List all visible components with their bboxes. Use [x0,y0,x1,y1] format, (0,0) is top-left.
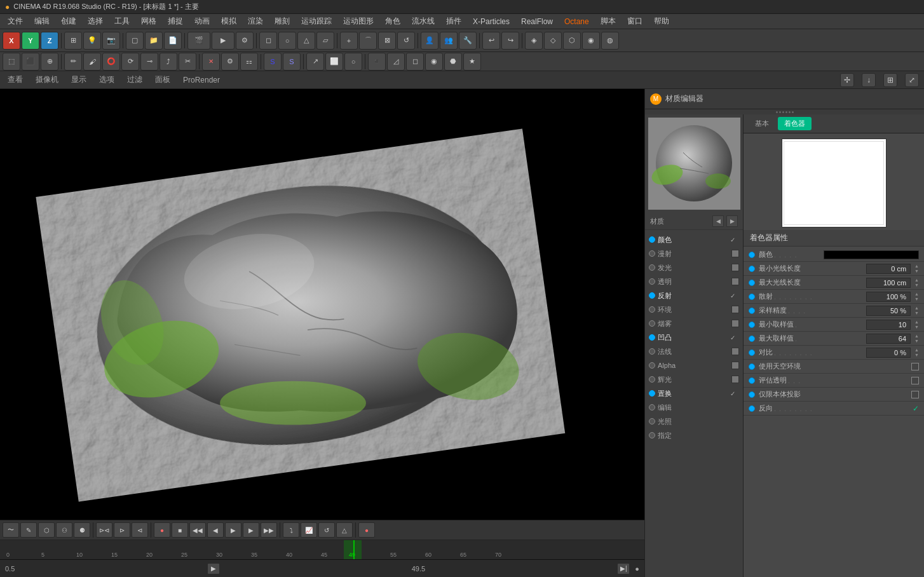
tab-filter[interactable]: 过滤 [125,73,145,86]
menu-plugins[interactable]: 插件 [441,15,466,28]
viewport[interactable] [0,89,644,520]
bottom-end[interactable]: ▶| [617,563,630,574]
transport-play-out[interactable]: ⊲ [132,522,148,538]
menu-script[interactable]: 脚本 [595,15,621,28]
menu-simulate[interactable]: 模拟 [216,15,241,28]
prop-min-samples[interactable]: 最小取样值 . 10 ▲ ▼ [744,318,924,332]
channel-displace[interactable]: 置换 ✓ [645,386,743,400]
channel-reflect[interactable]: 反射 ✓ [645,288,743,302]
menu-mesh[interactable]: 网格 [136,15,161,28]
prop-contrast-stepper[interactable]: ▲ ▼ [914,348,919,357]
prop-min-samples-up[interactable]: ▲ [914,320,919,324]
prop-min-samples-down[interactable]: ▼ [914,325,919,329]
menu-tools[interactable]: 工具 [109,15,135,28]
transport-key[interactable]: ⬡ [38,522,55,538]
transport-loop[interactable]: ↺ [318,522,335,538]
prop-min-ray[interactable]: 最小光线长度 0 cm ▲ ▼ [744,262,924,276]
prop-min-samples-value[interactable]: 10 [866,320,911,330]
prop-scatter-value[interactable]: 100 % [866,292,911,302]
s-icon-1[interactable]: S [264,53,282,71]
channel-bump[interactable]: 凹凸 ✓ [645,330,743,344]
prop-self-shadow-check[interactable] [911,391,919,398]
prop-eval-trans-check[interactable] [911,377,919,384]
camera-button[interactable]: 📷 [102,32,120,50]
timeline-ruler[interactable]: 0 5 10 15 20 25 30 35 40 45 49 55 60 65 … [0,540,644,559]
transport-in-out[interactable]: ⊳⊲ [96,522,112,538]
object-button[interactable]: ▢ [126,32,144,50]
menu-sculpt[interactable]: 雕刻 [269,15,295,28]
menu-motiontrack[interactable]: 运动跟踪 [296,15,337,28]
transport-prev[interactable]: ◀ [207,522,224,538]
tab-view[interactable]: 查看 [5,73,25,86]
prop-scatter-down[interactable]: ▼ [914,297,919,301]
undo-btn[interactable]: ↩ [482,32,500,50]
menu-create[interactable]: 创建 [56,15,81,28]
prop-color-value[interactable] [824,250,919,259]
down-icon[interactable]: ↓ [862,73,876,87]
transport-record[interactable]: ● [154,522,170,538]
transport-play-in[interactable]: ⊳ [114,522,130,538]
prop-sample-acc-value[interactable]: 50 % [866,306,911,316]
light-button[interactable]: 💡 [83,32,101,50]
render-view-button[interactable]: 🎬 [187,32,210,50]
menu-select[interactable]: 选择 [83,15,108,28]
transport-wave[interactable]: 〜 [3,522,19,538]
rig-1[interactable]: 👤 [421,32,438,50]
menu-snap[interactable]: 捕捉 [163,15,188,28]
transport-walk[interactable]: ⚈ [74,522,90,538]
channel-trans[interactable]: 透明 [645,275,743,288]
prop-min-ray-value[interactable]: 0 cm [866,264,911,274]
folder-button[interactable]: 📁 [145,32,163,50]
mesh-tool-1[interactable]: ⚙ [221,53,239,71]
prop-max-ray-up[interactable]: ▲ [914,278,919,282]
transport-curve[interactable]: ⤵ [283,522,299,538]
ring-tool[interactable]: ○ [344,53,362,71]
transport-stop[interactable]: ■ [172,522,188,538]
prop-invert[interactable]: 反向 . . . . . . . . ✓ [744,402,924,416]
channel-assign[interactable]: 指定 [645,428,743,442]
transport-pen[interactable]: ✎ [20,522,37,538]
prop-contrast[interactable]: 对比 . . . . . . . . 0 % ▲ ▼ [744,346,924,360]
paint-btn[interactable]: ✏ [64,53,82,71]
menu-edit[interactable]: 编辑 [29,15,55,28]
more-2[interactable]: ◇ [544,32,562,50]
more-3[interactable]: ⬡ [563,32,581,50]
prop-min-samples-stepper[interactable]: ▲ ▼ [914,320,919,329]
fullscreen-icon[interactable]: ⤢ [905,73,919,87]
lasso-btn[interactable]: ⭕ [102,53,120,71]
prop-contrast-value[interactable]: 0 % [866,348,911,358]
transport-play[interactable]: ▶ [225,522,241,538]
smooth-btn[interactable]: ◉ [425,53,443,71]
knife-btn[interactable]: ✂ [179,53,196,71]
channel-alpha[interactable]: Alpha [645,358,743,372]
doc-button[interactable]: 📄 [164,32,182,50]
cone-button[interactable]: △ [297,32,315,50]
tab-camera[interactable]: 摄像机 [33,73,61,86]
mesh-tool-2[interactable]: ⚏ [240,53,258,71]
render-anim-button[interactable]: ▶ [212,32,234,50]
path-btn[interactable]: ⤴ [160,53,177,71]
prop-sample-acc-stepper[interactable]: ▲ ▼ [914,306,919,315]
channel-light[interactable]: 光照 [645,414,743,428]
menu-animate[interactable]: 动画 [189,15,215,28]
move-icon[interactable]: ✢ [840,73,854,87]
prop-max-samples-value[interactable]: 64 [866,334,911,344]
rig-2[interactable]: 👥 [440,32,458,50]
transport-graph[interactable]: 📈 [301,522,317,538]
channel-fog[interactable]: 烟雾 [645,316,743,330]
transport-bounce[interactable]: △ [336,522,353,538]
render-settings-button[interactable]: ⚙ [236,32,254,50]
channel-env[interactable]: 环境 [645,302,743,316]
channel-normal[interactable]: 法线 [645,344,743,358]
prop-min-ray-stepper[interactable]: ▲ ▼ [914,264,919,273]
bend-button[interactable]: ⌒ [359,32,377,50]
array-button[interactable]: ⊠ [378,32,396,50]
prop-max-ray[interactable]: 最大光线长度 100 cm ▲ ▼ [744,276,924,290]
wire-btn[interactable]: ◿ [387,53,405,71]
tab-panel[interactable]: 面板 [153,73,173,86]
transport-extra[interactable]: ● [358,522,375,538]
brush-btn[interactable]: 🖌 [83,53,101,71]
plane-button[interactable]: ▱ [316,32,334,50]
prop-invert-check[interactable]: ✓ [913,404,919,413]
prop-max-samples-down[interactable]: ▼ [914,339,919,343]
